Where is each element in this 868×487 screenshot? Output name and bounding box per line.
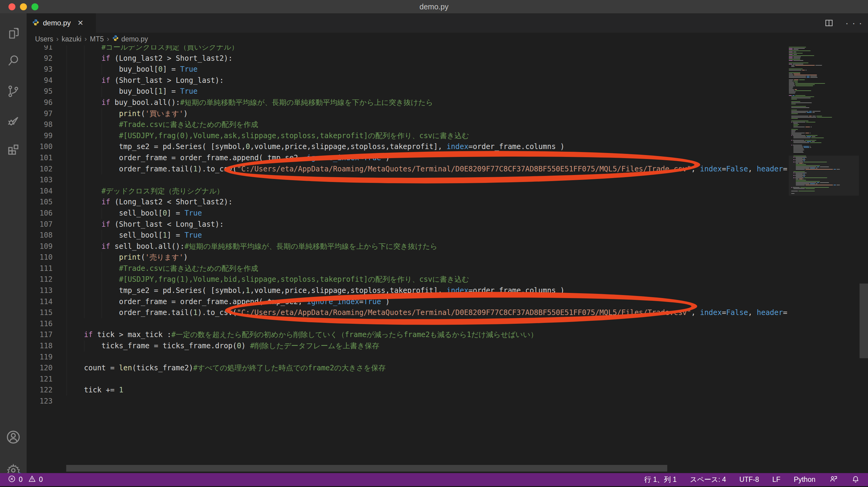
minimap[interactable] xyxy=(789,47,859,198)
indent-guide xyxy=(84,208,84,219)
line-number: 104 xyxy=(27,186,66,197)
line-number: 91 xyxy=(27,45,66,53)
line-content: #[USDJPY,frag(0),Volume,ask,slippage,sto… xyxy=(66,130,469,142)
code-line-101[interactable]: 101 order_frame = order_frame.append( tm… xyxy=(27,152,801,163)
code-line-120[interactable]: 120 count = len(ticks_frame2)#すべての処理が終了し… xyxy=(27,362,801,374)
code-line-109[interactable]: 109 if sell_bool.all():#短期の単純移動平均線が、長期の単… xyxy=(27,241,801,252)
split-editor-icon[interactable] xyxy=(824,18,834,28)
maximize-window-button[interactable] xyxy=(31,3,38,10)
tab-close-icon[interactable]: ✕ xyxy=(78,19,84,27)
line-number: 99 xyxy=(27,130,66,142)
code-line-98[interactable]: 98 #Trade.csvに書き込むための配列を作成 xyxy=(27,119,801,130)
breadcrumb-item-demo-py[interactable]: demo.py xyxy=(112,35,148,43)
indent-guide xyxy=(101,64,102,75)
breadcrumb-item-users[interactable]: Users xyxy=(35,35,53,43)
line-number: 122 xyxy=(27,385,66,396)
code-line-123[interactable]: 123 xyxy=(27,396,801,407)
indent-guide xyxy=(66,86,67,97)
line-number: 95 xyxy=(27,86,66,97)
code-line-118[interactable]: 118 ticks_frame = ticks_frame.drop(0) #削… xyxy=(27,340,801,352)
tab-demo-py[interactable]: demo.py ✕ xyxy=(27,13,96,33)
run-debug-icon[interactable] xyxy=(0,107,27,134)
code-line-116[interactable]: 116 xyxy=(27,318,801,330)
line-content: tmp_se2 = pd.Series( [symbol,1,volume,pr… xyxy=(66,285,564,296)
code-line-102[interactable]: 102 order_frame.tail(1).to_csv("C:/Users… xyxy=(27,163,801,175)
code-line-117[interactable]: 117 if tick > max_tick :#一定の数を超えたら配列の初めか… xyxy=(27,329,801,340)
line-number: 107 xyxy=(27,219,66,230)
code-line-96[interactable]: 96 if buy_bool.all():#短期の単純移動平均線が、長期の単純移… xyxy=(27,97,801,108)
status-item-python[interactable]: Python xyxy=(794,476,815,484)
code-line-111[interactable]: 111 #Trade.csvに書き込むための配列を作成 xyxy=(27,263,801,274)
line-content: count = len(ticks_frame2)#すべての処理が終了した時点で… xyxy=(66,362,386,374)
indent-guide xyxy=(101,208,102,219)
notifications-bell-icon[interactable] xyxy=(851,474,860,485)
indent-guide xyxy=(84,152,84,163)
code-line-99[interactable]: 99 #[USDJPY,frag(0),Volume,ask,slippage,… xyxy=(27,130,801,142)
tab-label: demo.py xyxy=(43,19,71,27)
feedback-icon[interactable] xyxy=(829,474,838,485)
code-line-103[interactable]: 103 xyxy=(27,175,801,186)
breadcrumb-separator: › xyxy=(107,35,109,43)
line-content: if sell_bool.all():#短期の単純移動平均線が、長期の単純移動平… xyxy=(66,241,437,252)
problems-indicator[interactable]: 0 0 xyxy=(8,475,43,485)
error-icon xyxy=(8,475,16,485)
indent-guide xyxy=(66,318,67,330)
indent-guide xyxy=(84,296,84,307)
line-number: 101 xyxy=(27,152,66,163)
code-line-121[interactable]: 121 xyxy=(27,374,801,385)
code-line-114[interactable]: 114 order_frame = order_frame.append( tm… xyxy=(27,296,801,307)
search-icon[interactable] xyxy=(0,48,27,74)
breadcrumb-item-kazuki[interactable]: kazuki xyxy=(62,35,81,43)
vertical-scrollbar[interactable] xyxy=(860,283,868,358)
code-editor[interactable]: 91 #ゴールデンクロス判定（買いシグナル）92 if (Long_last2 … xyxy=(27,45,868,473)
extensions-icon[interactable] xyxy=(0,135,27,162)
source-control-icon[interactable] xyxy=(0,78,27,104)
code-line-104[interactable]: 104 #デッドクロス判定（売りシグナル） xyxy=(27,186,801,197)
code-line-93[interactable]: 93 buy_bool[0] = True xyxy=(27,64,801,75)
indent-guide xyxy=(101,141,102,152)
explorer-icon[interactable] xyxy=(0,20,27,47)
line-number: 123 xyxy=(27,396,66,407)
indent-guide xyxy=(66,97,67,108)
indent-guide xyxy=(101,263,102,274)
breadcrumb-item-mt5[interactable]: MT5 xyxy=(90,35,104,43)
code-line-94[interactable]: 94 if (Short_last > Long_last): xyxy=(27,75,801,86)
code-line-105[interactable]: 105 if (Long_last2 < Short_last2): xyxy=(27,196,801,208)
status-item--4[interactable]: スペース: 4 xyxy=(690,475,726,484)
status-item-lf[interactable]: LF xyxy=(772,476,781,484)
more-actions-icon[interactable]: · · · xyxy=(845,18,863,28)
code-line-112[interactable]: 112 #[USDJPY,frag(1),Volume,bid,slippage… xyxy=(27,274,801,285)
code-line-95[interactable]: 95 buy_bool[1] = True xyxy=(27,86,801,97)
code-line-100[interactable]: 100 tmp_se2 = pd.Series( [symbol,0,volum… xyxy=(27,141,801,152)
line-number: 111 xyxy=(27,263,66,274)
code-line-107[interactable]: 107 if (Short_last < Long_last): xyxy=(27,219,801,230)
indent-guide xyxy=(66,163,67,175)
code-line-97[interactable]: 97 print('買います') xyxy=(27,108,801,119)
error-count: 0 xyxy=(19,476,23,484)
indent-guide xyxy=(84,186,84,197)
indent-guide xyxy=(66,196,67,208)
account-icon[interactable] xyxy=(0,424,27,450)
indent-guide xyxy=(66,274,67,285)
code-line-122[interactable]: 122 tick += 1 xyxy=(27,385,801,396)
line-content: tmp_se2 = pd.Series( [symbol,0,volume,pr… xyxy=(66,141,564,152)
code-line-113[interactable]: 113 tmp_se2 = pd.Series( [symbol,1,volum… xyxy=(27,285,801,296)
close-window-button[interactable] xyxy=(8,3,16,10)
code-line-119[interactable]: 119 xyxy=(27,352,801,363)
line-number: 94 xyxy=(27,75,66,86)
code-line-92[interactable]: 92 if (Long_last2 > Short_last2): xyxy=(27,53,801,64)
code-line-115[interactable]: 115 order_frame.tail(1).to_csv("C:/Users… xyxy=(27,307,801,318)
indent-guide xyxy=(66,186,67,197)
code-line-106[interactable]: 106 sell_bool[0] = True xyxy=(27,208,801,219)
horizontal-scrollbar[interactable] xyxy=(66,465,667,471)
status-item-utf-8[interactable]: UTF-8 xyxy=(739,476,759,484)
code-line-110[interactable]: 110 print('売ります') xyxy=(27,252,801,263)
warning-icon xyxy=(28,475,36,485)
status-item--1-1[interactable]: 行 1、列 1 xyxy=(644,475,677,484)
line-number: 103 xyxy=(27,175,66,186)
indent-guide xyxy=(101,274,102,285)
vscode-window: demo.py xyxy=(0,0,868,487)
minimize-window-button[interactable] xyxy=(20,3,27,10)
code-line-91[interactable]: 91 #ゴールデンクロス判定（買いシグナル） xyxy=(27,45,801,53)
code-line-108[interactable]: 108 sell_bool[1] = True xyxy=(27,230,801,241)
